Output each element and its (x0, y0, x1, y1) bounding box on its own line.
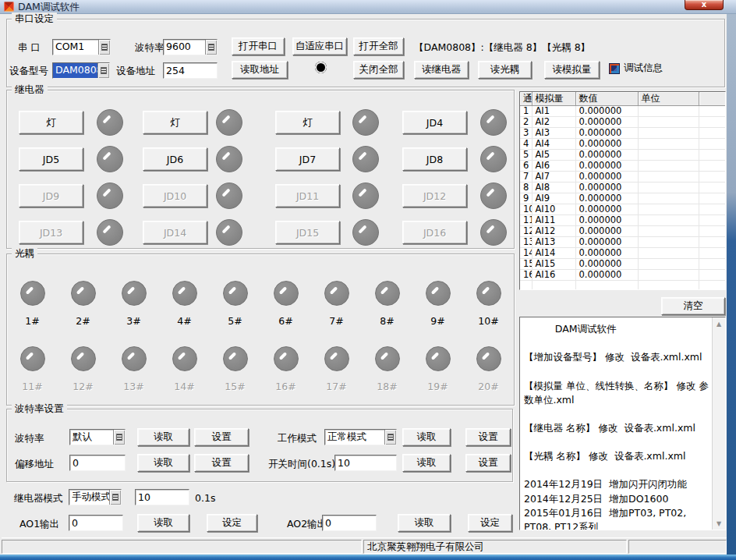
dropdown-button[interactable] (384, 430, 396, 445)
opto-channel-label-15: 15# (225, 381, 245, 393)
relay-group: 继电器 灯灯灯JD4JD5JD6JD7JD8JD9JD10JD11JD12JD1… (6, 90, 515, 249)
adaptive-serial-button[interactable]: 自适应串口 (292, 37, 347, 55)
dropdown-button[interactable] (109, 490, 121, 505)
relay-indicator-knob-8 (480, 146, 507, 172)
dropdown-button[interactable] (113, 430, 125, 445)
relay-button-15: JD15 (275, 221, 340, 244)
relay-mode-combobox[interactable]: 手动模式 (69, 489, 122, 505)
relay-indicator-knob-14 (216, 219, 242, 246)
addr-label: 设备地址 (116, 65, 155, 77)
read-relay-button[interactable]: 读继电器 (414, 61, 469, 79)
scroll-down-icon[interactable]: ▼ (713, 517, 725, 530)
analog-row-empty (520, 281, 726, 291)
read-address-button[interactable]: 读取地址 (232, 61, 288, 79)
opto-channel-16: 16# (260, 346, 311, 393)
switch-time-read-button[interactable]: 读取 (402, 454, 451, 472)
open-serial-button[interactable]: 打开串口 (232, 37, 285, 55)
work-mode-read-button[interactable]: 读取 (402, 428, 451, 446)
relay-button-5[interactable]: JD5 (19, 147, 83, 171)
dropdown-button[interactable] (98, 40, 110, 55)
model-label: 设备型号 (9, 65, 48, 77)
analog-col-header-4: 单位 (638, 92, 699, 106)
baud-read-button[interactable]: 读取 (137, 428, 189, 446)
switch-time-input[interactable] (334, 455, 397, 471)
opto-indicator-knob-17 (324, 346, 349, 371)
offset-read-button[interactable]: 读取 (137, 454, 189, 472)
port-combobox[interactable]: COM1 (52, 39, 111, 55)
ao1-read-button[interactable]: 读取 (137, 514, 189, 532)
close-all-button[interactable]: 关闭全部 (353, 61, 404, 79)
baud-set-button[interactable]: 设置 (194, 428, 249, 446)
opto-channel-15: 15# (210, 346, 260, 393)
relay-button-6[interactable]: JD6 (143, 147, 207, 171)
read-opto-button[interactable]: 读光耦 (478, 61, 532, 79)
relay-button-1[interactable]: 灯 (19, 111, 83, 134)
ao1-input[interactable] (69, 515, 123, 531)
relay-button-7[interactable]: JD7 (275, 147, 340, 171)
opto-indicator-knob-14 (172, 346, 197, 371)
dropdown-button[interactable] (97, 63, 109, 78)
analog-row: 4AI40.000000 (520, 139, 726, 150)
opto-channel-label-6: 6# (278, 315, 292, 328)
relay-button-10: JD10 (143, 184, 207, 207)
opto-channel-label-8: 8# (380, 315, 394, 328)
opto-channel-label-11: 11# (22, 381, 42, 393)
opto-channel-label-20: 20# (478, 381, 498, 393)
taskbar-edge (0, 555, 736, 560)
close-button[interactable]: x (685, 0, 724, 10)
baud2-value: 默认 (70, 430, 113, 445)
baud-group-title: 波特率设置 (12, 402, 67, 416)
debug-info-icon (609, 63, 620, 74)
title-bar[interactable]: DAM调试软件 (0, 0, 736, 14)
opto-indicator-knob-16 (274, 346, 299, 371)
opto-channel-6: 6# (260, 281, 311, 328)
opto-channel-label-14: 14# (174, 381, 194, 393)
clear-button[interactable]: 清空 (661, 297, 725, 315)
work-mode-set-button[interactable]: 设置 (465, 428, 511, 446)
switch-time-set-button[interactable]: 设置 (465, 454, 511, 472)
ao1-set-button[interactable]: 设定 (207, 514, 257, 532)
opto-indicator-knob-10 (476, 281, 501, 306)
serial-settings-group: 串口设定 串 口 COM1 波特率 9600 打开串口 自适应串口 打开全部 【… (6, 19, 725, 87)
device-address-input[interactable] (163, 62, 218, 79)
analog-row: 16AI160.000000 (520, 270, 726, 281)
relay-indicator-knob-4 (480, 109, 507, 136)
work-mode-combobox[interactable]: 正常模式 (324, 429, 397, 445)
relay-time-input[interactable] (135, 489, 189, 505)
relay-button-16: JD16 (402, 221, 467, 244)
dropdown-button[interactable] (205, 40, 217, 55)
relay-button-8[interactable]: JD8 (402, 147, 467, 171)
offset-input[interactable] (69, 455, 126, 471)
read-analog-button[interactable]: 读模拟量 (544, 61, 600, 79)
relay-indicator-knob-5 (97, 146, 123, 172)
model-combobox[interactable]: DAM0808 (52, 62, 110, 79)
baud-combobox[interactable]: 9600 (163, 39, 218, 55)
baud2-combobox[interactable]: 默认 (69, 429, 126, 445)
ao2-read-button[interactable]: 读取 (398, 514, 451, 532)
debug-info-toggle[interactable]: 调试信息 (609, 62, 663, 75)
relay-button-11: JD11 (275, 184, 340, 207)
app-window: DAM调试软件 x 串口设定 串 口 COM1 波特率 9600 打开串口 自适… (0, 0, 736, 560)
relay-button-3[interactable]: 灯 (275, 111, 340, 134)
open-all-button[interactable]: 打开全部 (353, 37, 404, 55)
log-scrollbar[interactable]: ▲ ▼ (712, 317, 725, 530)
opto-channel-label-13: 13# (123, 381, 143, 393)
relay-button-4[interactable]: JD4 (402, 111, 467, 134)
opto-indicator-knob-1 (20, 281, 45, 306)
relay-button-2[interactable]: 灯 (143, 111, 207, 134)
opto-channel-label-19: 19# (427, 381, 448, 393)
opto-channel-label-18: 18# (377, 381, 397, 393)
scroll-up-icon[interactable]: ▲ (713, 317, 725, 330)
device-info-label: 【DAM0808】:【继电器 8】【光耦 8】 (414, 41, 590, 54)
ao2-set-button[interactable]: 设定 (468, 514, 512, 532)
log-panel: DAM调试软件 【增加设备型号】 修改 设备表.xml.xml 【模拟量 单位、… (519, 317, 726, 530)
offset-set-button[interactable]: 设置 (194, 454, 249, 472)
ao2-input[interactable] (322, 515, 377, 531)
dropdown-icon (101, 67, 107, 74)
opto-channel-label-16: 16# (275, 381, 295, 393)
relay-indicator-knob-2 (216, 109, 242, 136)
opto-channel-1: 1# (7, 281, 58, 328)
opto-channel-13: 13# (108, 346, 159, 393)
serial-group-title: 串口设定 (12, 12, 57, 26)
relay-indicator-knob-16 (480, 219, 507, 246)
